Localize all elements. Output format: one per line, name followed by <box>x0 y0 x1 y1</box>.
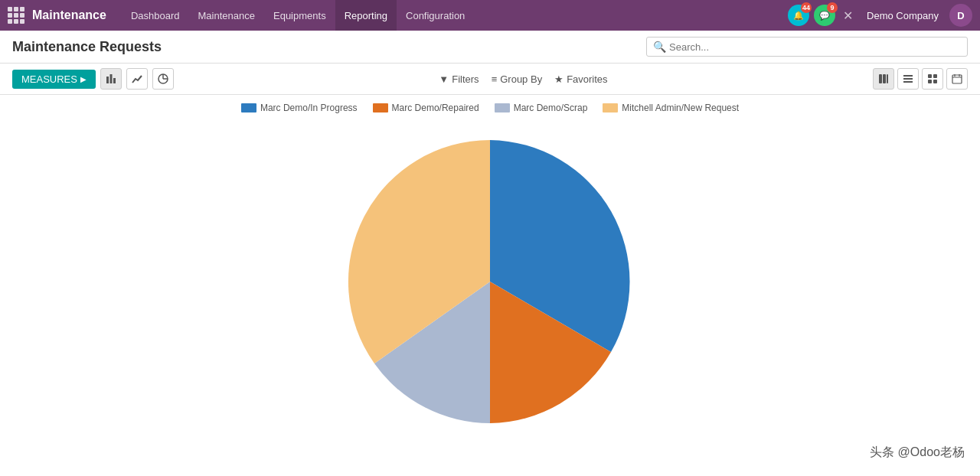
star-icon: ★ <box>554 73 564 85</box>
legend-item-3: Mitchell Admin/New Request <box>603 103 739 113</box>
legend-item-1: Marc Demo/Repaired <box>373 103 479 113</box>
list-icon <box>903 73 913 84</box>
svg-rect-8 <box>887 74 888 83</box>
nav-dashboard[interactable]: Dashboard <box>122 0 189 31</box>
app-brand: Maintenance <box>32 8 106 22</box>
svg-rect-11 <box>903 81 913 83</box>
kanban-view-button[interactable] <box>873 68 894 90</box>
search-input[interactable] <box>669 41 961 53</box>
nav-reporting[interactable]: Reporting <box>335 0 397 31</box>
toolbar-right <box>873 68 968 90</box>
grid-view-button[interactable] <box>922 68 943 90</box>
topbar-right: 🔔 44 💬 9 ✕ Demo Company D <box>788 4 972 27</box>
calendar-view-button[interactable] <box>946 68 968 90</box>
svg-rect-2 <box>113 78 116 83</box>
calendar-icon <box>952 73 962 84</box>
legend-label-2: Marc Demo/Scrap <box>514 103 588 113</box>
chart-legend: Marc Demo/In Progress Marc Demo/Repaired… <box>0 95 980 113</box>
chart-area <box>0 113 980 442</box>
search-bar[interactable]: 🔍 <box>646 37 968 57</box>
groupby-button[interactable]: ≡ Group By <box>492 73 543 85</box>
svg-rect-7 <box>883 74 886 83</box>
legend-item-0: Marc Demo/In Progress <box>241 103 358 113</box>
svg-rect-14 <box>928 80 932 83</box>
pie-chart-svg <box>306 121 674 442</box>
close-icon[interactable]: ✕ <box>840 8 856 23</box>
svg-rect-13 <box>933 74 937 78</box>
toolbar: MEASURES ▶ ▼ Filters <box>0 64 980 95</box>
svg-rect-16 <box>952 75 962 83</box>
list-view-button[interactable] <box>897 68 919 90</box>
legend-color-3 <box>603 103 618 112</box>
filters-label: Filters <box>452 73 479 85</box>
topbar: Maintenance Dashboard Maintenance Equipm… <box>0 0 980 31</box>
svg-rect-1 <box>109 74 112 83</box>
message-count: 9 <box>827 2 838 13</box>
toolbar-left: MEASURES ▶ <box>12 68 174 90</box>
measures-button[interactable]: MEASURES ▶ <box>12 70 96 89</box>
legend-item-2: Marc Demo/Scrap <box>495 103 588 113</box>
kanban-icon <box>878 73 889 84</box>
filter-icon: ▼ <box>439 73 449 85</box>
svg-rect-12 <box>928 74 932 78</box>
search-icon: 🔍 <box>653 41 666 53</box>
notification-count: 44 <box>801 2 812 13</box>
legend-label-1: Marc Demo/Repaired <box>392 103 479 113</box>
toolbar-center: ▼ Filters ≡ Group By ★ Favorites <box>439 73 607 85</box>
legend-label-3: Mitchell Admin/New Request <box>622 103 739 113</box>
legend-color-1 <box>373 103 388 112</box>
svg-rect-0 <box>106 77 109 83</box>
pie-chart-icon <box>158 73 168 84</box>
message-icon[interactable]: 💬 9 <box>814 5 835 26</box>
line-chart-icon <box>132 73 142 84</box>
measures-label: MEASURES <box>21 73 77 85</box>
line-chart-view-button[interactable] <box>126 68 148 90</box>
filters-button[interactable]: ▼ Filters <box>439 73 479 85</box>
company-name: Demo Company <box>867 10 939 21</box>
favorites-label: Favorites <box>567 73 607 85</box>
legend-color-0 <box>241 103 256 112</box>
main-nav: Dashboard Maintenance Equipments Reporti… <box>122 0 788 31</box>
page-title: Maintenance Requests <box>12 39 162 55</box>
bar-chart-view-button[interactable] <box>100 68 122 90</box>
svg-rect-6 <box>879 74 882 83</box>
grid-icon <box>927 73 938 84</box>
groupby-label: Group By <box>500 73 542 85</box>
svg-rect-15 <box>933 80 937 83</box>
favorites-button[interactable]: ★ Favorites <box>554 73 607 85</box>
measures-arrow-icon: ▶ <box>80 75 87 83</box>
svg-rect-10 <box>903 78 913 80</box>
legend-label-0: Marc Demo/In Progress <box>260 103 358 113</box>
nav-configuration[interactable]: Configuration <box>397 0 474 31</box>
nav-equipments[interactable]: Equipments <box>264 0 335 31</box>
apps-grid-icon[interactable] <box>8 7 24 24</box>
user-avatar[interactable]: D <box>949 4 972 27</box>
notification-bell[interactable]: 🔔 44 <box>788 5 809 26</box>
bar-chart-icon <box>106 73 116 84</box>
subheader: Maintenance Requests 🔍 <box>0 31 980 64</box>
groupby-icon: ≡ <box>492 73 498 85</box>
legend-color-2 <box>495 103 510 112</box>
nav-maintenance[interactable]: Maintenance <box>189 0 264 31</box>
pie-chart-view-button[interactable] <box>152 68 174 90</box>
svg-rect-9 <box>903 75 913 77</box>
